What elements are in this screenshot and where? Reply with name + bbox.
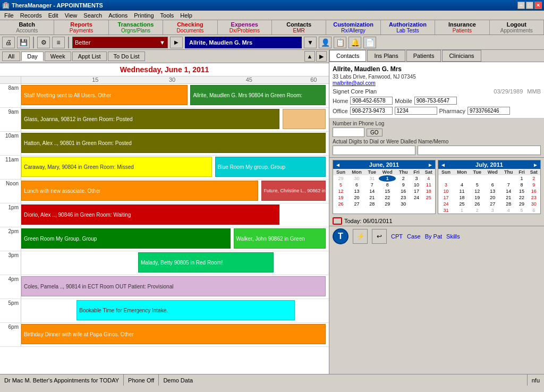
menu-tools[interactable]: Tools (157, 12, 177, 19)
july-day-5aug[interactable]: 5 (516, 207, 527, 214)
june-day-30prev[interactable]: 30 (348, 175, 365, 182)
cpt-button[interactable]: CPT (391, 233, 403, 240)
nav-checking[interactable]: Checking Documents (163, 20, 217, 35)
action-icon-2[interactable]: ↩ (372, 229, 387, 244)
june-day-23[interactable]: 23 (396, 194, 411, 201)
july-day-4[interactable]: 4 (454, 182, 470, 188)
july-day-4aug[interactable]: 4 (501, 207, 516, 214)
july-prev-arrow[interactable]: ◄ (440, 162, 446, 168)
appt-green-room-group[interactable]: Green Room My Group. Group (21, 228, 231, 249)
july-day-30[interactable]: 30 (528, 201, 540, 207)
user-dropdown[interactable]: Better ▼ (72, 37, 168, 48)
nav-contacts[interactable]: Contacts EMR (272, 20, 326, 35)
close-button[interactable]: ✕ (534, 2, 542, 9)
july-day-27[interactable]: 27 (484, 201, 501, 207)
patient-bell-button[interactable]: 🔔 (348, 37, 361, 48)
june-day-16[interactable]: 16 (396, 188, 411, 194)
phone-go-button[interactable]: GO (367, 129, 382, 137)
skills-button[interactable]: Skills (446, 233, 460, 240)
june-day-17[interactable]: 17 (411, 188, 422, 194)
july-day-12[interactable]: 12 (470, 188, 484, 194)
action-icon-1[interactable]: ⚡ (353, 229, 368, 244)
appt-malady[interactable]: Malady, Betty 90805 in Red Room! (138, 252, 274, 272)
july-day-17[interactable]: 17 (438, 194, 454, 201)
june-day-1[interactable]: 1 (379, 175, 396, 182)
july-day-16[interactable]: 16 (528, 188, 540, 194)
appt-staff-meeting[interactable]: Staff Meeting sent to All Users. Other (21, 85, 188, 105)
patient-info-button[interactable]: 📋 (334, 37, 346, 48)
june-day-7[interactable]: 7 (365, 182, 379, 188)
patient-email[interactable]: malbrite@aol.com (333, 80, 376, 86)
appt-caraway[interactable]: Caraway, Mary, 90804 in Green Room: Miss… (21, 157, 212, 177)
july-day-7[interactable]: 7 (501, 182, 516, 188)
june-day-4[interactable]: 4 (422, 175, 435, 182)
july-day-23[interactable]: 23 (528, 194, 540, 201)
july-day-13[interactable]: 13 (484, 188, 501, 194)
calendar-forward-arrow[interactable]: ▶ (316, 51, 327, 62)
nav-reports[interactable]: Reports Payments (54, 20, 108, 35)
july-day-2[interactable]: 2 (528, 175, 540, 182)
june-day-13[interactable]: 13 (348, 188, 365, 194)
june-day-9[interactable]: 9 (396, 182, 411, 188)
june-day-22[interactable]: 22 (379, 194, 396, 201)
june-day-28[interactable]: 28 (365, 201, 379, 207)
june-day-26[interactable]: 26 (333, 201, 348, 207)
print-button[interactable]: 🖨 (2, 37, 15, 48)
june-day-25[interactable]: 25 (422, 194, 435, 201)
minimize-button[interactable]: − (517, 2, 525, 9)
patient-notes-button[interactable]: 📄 (363, 37, 376, 48)
tab-day[interactable]: Day (21, 52, 44, 61)
july-day-15[interactable]: 15 (516, 188, 527, 194)
nav-authorization[interactable]: Authorization Lab Tests (381, 20, 435, 35)
july-day-3[interactable]: 3 (438, 182, 454, 188)
july-day-2aug[interactable]: 2 (470, 207, 484, 214)
appt-coles[interactable]: Coles, Pamela .., 90814 in ECT Room OUT … (21, 276, 326, 296)
toolbar-button-1[interactable]: ⚙ (37, 37, 50, 48)
june-day-2[interactable]: 2 (396, 175, 411, 182)
july-day-28[interactable]: 28 (501, 201, 516, 207)
june-day-15[interactable]: 15 (379, 188, 396, 194)
appt-future[interactable]: Future, Christine L., 90862 in Red (261, 181, 326, 201)
july-day-20[interactable]: 20 (484, 194, 501, 201)
july-day-18[interactable]: 18 (454, 194, 470, 201)
nav-customization[interactable]: Customization Rx/Allergy (326, 20, 380, 35)
appt-allrite[interactable]: Allrite, Maudlen G. Mrs 90804 in Green R… (190, 85, 326, 105)
nav-batch[interactable]: Batch Accounts (0, 20, 54, 35)
menu-file[interactable]: File (1, 12, 17, 19)
june-day-14[interactable]: 14 (365, 188, 379, 194)
appt-unknown-9[interactable] (283, 109, 326, 129)
june-day-21[interactable]: 21 (365, 194, 379, 201)
nav-logout[interactable]: Logout Appointments (490, 20, 544, 35)
phone-log-input[interactable] (333, 127, 364, 137)
tab-week[interactable]: Week (45, 52, 71, 61)
maximize-button[interactable]: □ (526, 2, 533, 9)
menu-search[interactable]: Search (80, 12, 105, 19)
june-day-30[interactable]: 30 (396, 201, 411, 207)
appt-walker[interactable]: Walker, John 90862 in Green (234, 228, 326, 249)
july-day-1[interactable]: 1 (516, 175, 527, 182)
menu-actions[interactable]: Actions (105, 12, 131, 19)
save-button[interactable]: 💾 (17, 37, 30, 48)
june-day-5[interactable]: 5 (333, 182, 348, 188)
july-day-29[interactable]: 29 (516, 201, 527, 207)
menu-records[interactable]: Records (17, 12, 45, 19)
patient-dropdown-arrow[interactable]: ▼ (304, 37, 317, 48)
june-day-20[interactable]: 20 (348, 194, 365, 201)
appt-glass[interactable]: Glass, Joanna, 90812 in Green Room: Post… (21, 109, 279, 129)
june-day-18[interactable]: 18 (422, 188, 435, 194)
memo-input[interactable] (418, 146, 541, 155)
july-day-6aug[interactable]: 6 (528, 207, 540, 214)
case-button[interactable]: Case (407, 233, 421, 240)
june-day-29prev[interactable]: 29 (333, 175, 348, 182)
appt-hatton[interactable]: Hatton, Alex .., 90801 in Green Room: Po… (21, 133, 326, 153)
july-day-31[interactable]: 31 (438, 207, 454, 214)
patient-photo-button[interactable]: 👤 (319, 37, 332, 48)
july-day-5[interactable]: 5 (470, 182, 484, 188)
tab-clinicians[interactable]: Clinicians (442, 50, 481, 62)
july-next-arrow[interactable]: ► (533, 162, 538, 168)
july-day-25[interactable]: 25 (454, 201, 470, 207)
menu-edit[interactable]: Edit (45, 12, 62, 19)
june-day-19[interactable]: 19 (333, 194, 348, 201)
july-day-26[interactable]: 26 (470, 201, 484, 207)
appt-blue-room[interactable]: Blue Room My group. Group (215, 157, 326, 177)
